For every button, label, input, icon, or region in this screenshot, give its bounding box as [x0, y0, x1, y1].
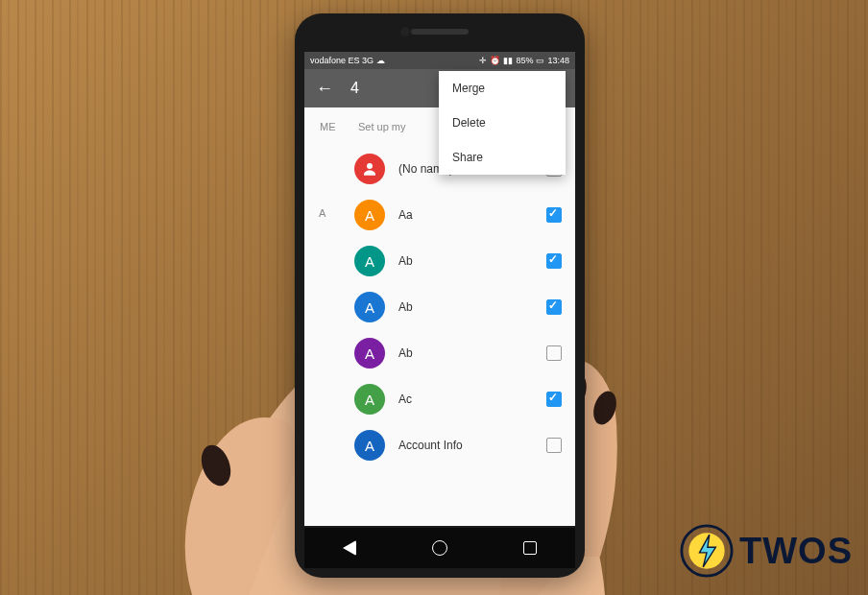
- contact-row[interactable]: A Ab: [304, 330, 575, 376]
- cloud-icon: ☁: [376, 56, 385, 65]
- twos-watermark: TWOS: [680, 524, 853, 578]
- carrier-label: vodafone ES 3G: [310, 56, 374, 65]
- svg-point-2: [590, 388, 620, 427]
- contact-list: (No name) A A Aa A Ab A Ab A Ab: [304, 146, 575, 468]
- nav-recent-icon[interactable]: [523, 541, 537, 555]
- contact-row[interactable]: A Ab: [304, 284, 575, 330]
- avatar-letter: A: [354, 338, 385, 369]
- contact-row[interactable]: A Ac: [304, 376, 575, 422]
- contact-name: Account Info: [398, 439, 546, 452]
- svg-point-3: [367, 163, 373, 169]
- battery-icon: ▭: [536, 56, 544, 65]
- phone-speaker: [411, 29, 469, 35]
- signal-icon: ▮▮: [503, 56, 513, 65]
- me-label: ME: [320, 121, 358, 132]
- menu-item-share[interactable]: Share: [439, 140, 566, 175]
- contact-checkbox[interactable]: [546, 438, 562, 453]
- contact-checkbox[interactable]: [546, 392, 562, 407]
- overflow-popup-menu: Merge Delete Share: [439, 71, 566, 175]
- contact-name: Aa: [398, 208, 546, 222]
- avatar-letter: A: [354, 200, 385, 230]
- phone-camera: [400, 27, 410, 36]
- status-bar: vodafone ES 3G ☁ ✛ ⏰ ▮▮ 85% ▭ 13:48: [304, 52, 575, 69]
- contact-name: Ab: [398, 254, 546, 268]
- menu-item-merge[interactable]: Merge: [439, 71, 566, 106]
- clock: 13:48: [547, 56, 569, 65]
- nav-back-icon[interactable]: [343, 540, 356, 556]
- contact-name: Ab: [398, 300, 546, 314]
- phone-screen: vodafone ES 3G ☁ ✛ ⏰ ▮▮ 85% ▭ 13:48 ← 4 …: [304, 52, 575, 526]
- avatar-letter: A: [354, 430, 385, 461]
- location-icon: ✛: [479, 56, 487, 65]
- avatar-letter: A: [354, 292, 385, 322]
- contact-checkbox[interactable]: [546, 253, 562, 269]
- android-nav-bar: [304, 528, 575, 568]
- nav-home-icon[interactable]: [432, 540, 447, 556]
- phone-frame: vodafone ES 3G ☁ ✛ ⏰ ▮▮ 85% ▭ 13:48 ← 4 …: [295, 13, 585, 578]
- contact-checkbox[interactable]: [546, 207, 562, 223]
- alarm-icon: ⏰: [490, 56, 500, 65]
- me-setup-text: Set up my: [358, 121, 406, 132]
- contact-row[interactable]: A Account Info: [304, 422, 575, 468]
- avatar-icon: [354, 154, 385, 184]
- watermark-text: TWOS: [739, 531, 853, 572]
- avatar-letter: A: [354, 246, 385, 276]
- svg-point-0: [196, 441, 235, 490]
- contact-checkbox[interactable]: [546, 299, 562, 315]
- contact-row[interactable]: A Ab: [304, 238, 575, 284]
- menu-item-delete[interactable]: Delete: [439, 106, 566, 140]
- selection-count: 4: [350, 80, 359, 97]
- avatar-letter: A: [354, 384, 385, 415]
- contact-row[interactable]: A A Aa: [304, 192, 575, 238]
- back-arrow-icon[interactable]: ←: [316, 79, 333, 99]
- battery-pct: 85%: [516, 56, 533, 65]
- contact-checkbox[interactable]: [546, 345, 562, 361]
- contact-name: Ac: [398, 393, 546, 406]
- contact-name: Ab: [398, 346, 546, 360]
- section-letter: A: [319, 207, 326, 219]
- lightning-icon: [680, 524, 734, 578]
